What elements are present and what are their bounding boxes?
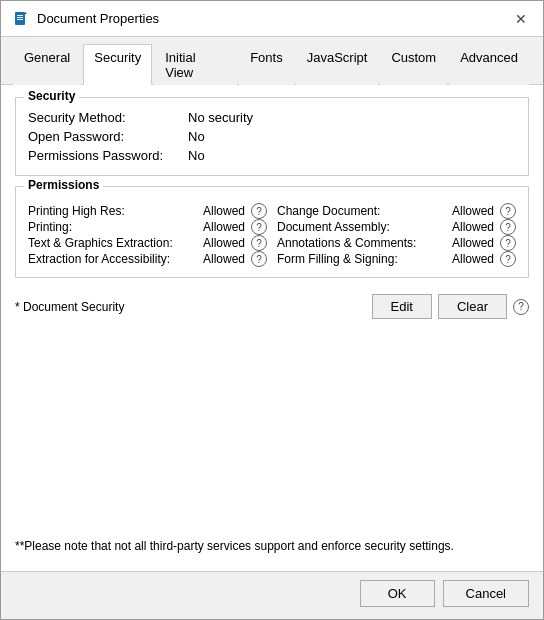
main-content: Security Security Method: No security Op… (1, 85, 543, 571)
perm-printing-val: Allowed (203, 220, 245, 234)
permissions-section: Permissions Printing High Res: Allowed ?… (15, 186, 529, 278)
title-bar-left: Document Properties (13, 11, 159, 27)
action-help-icon[interactable]: ? (513, 299, 529, 315)
perm-printing-help-icon[interactable]: ? (251, 219, 267, 235)
footer: OK Cancel (1, 571, 543, 619)
permissions-right-col: Change Document: Allowed ? Document Asse… (277, 203, 516, 267)
tab-fonts[interactable]: Fonts (239, 44, 294, 85)
perm-extraction-accessibility-row: Extraction for Accessibility: Allowed ? (28, 251, 267, 267)
perm-annotations-val: Allowed (452, 236, 494, 250)
security-method-key: Security Method: (28, 110, 188, 125)
spacer (15, 331, 529, 523)
perm-printing-high-res-val: Allowed (203, 204, 245, 218)
tab-initial-view[interactable]: Initial View (154, 44, 237, 85)
security-method-val: No security (188, 110, 253, 125)
close-button[interactable]: ✕ (511, 9, 531, 29)
permissions-section-label: Permissions (24, 178, 103, 192)
perm-printing-high-res-row: Printing High Res: Allowed ? (28, 203, 267, 219)
perm-change-doc-val: Allowed (452, 204, 494, 218)
perm-extraction-accessibility-help-icon[interactable]: ? (251, 251, 267, 267)
title-bar: Document Properties ✕ (1, 1, 543, 37)
perm-annotations-key: Annotations & Comments: (277, 236, 448, 250)
perm-form-filling-key: Form Filling & Signing: (277, 252, 448, 266)
perm-change-doc-help-icon[interactable]: ? (500, 203, 516, 219)
app-icon (13, 11, 29, 27)
perm-text-graphics-val: Allowed (203, 236, 245, 250)
permissions-password-val: No (188, 148, 205, 163)
open-password-key: Open Password: (28, 129, 188, 144)
perm-annotations-help-icon[interactable]: ? (500, 235, 516, 251)
doc-security-note: * Document Security (15, 300, 372, 314)
action-buttons: Edit Clear ? (372, 294, 529, 319)
perm-printing-key: Printing: (28, 220, 199, 234)
tab-general[interactable]: General (13, 44, 81, 85)
action-row: * Document Security Edit Clear ? (15, 288, 529, 321)
cancel-button[interactable]: Cancel (443, 580, 529, 607)
svg-rect-0 (15, 12, 25, 25)
clear-button[interactable]: Clear (438, 294, 507, 319)
ok-button[interactable]: OK (360, 580, 435, 607)
perm-doc-assembly-key: Document Assembly: (277, 220, 448, 234)
permissions-password-key: Permissions Password: (28, 148, 188, 163)
svg-marker-4 (25, 12, 27, 14)
perm-doc-assembly-row: Document Assembly: Allowed ? (277, 219, 516, 235)
security-section-label: Security (24, 89, 79, 103)
perm-extraction-accessibility-key: Extraction for Accessibility: (28, 252, 199, 266)
document-properties-window: Document Properties ✕ General Security I… (0, 0, 544, 620)
security-method-row: Security Method: No security (28, 108, 516, 127)
perm-text-graphics-help-icon[interactable]: ? (251, 235, 267, 251)
perm-change-doc-key: Change Document: (277, 204, 448, 218)
perm-text-graphics-key: Text & Graphics Extraction: (28, 236, 199, 250)
perm-annotations-row: Annotations & Comments: Allowed ? (277, 235, 516, 251)
permissions-grid: Printing High Res: Allowed ? Printing: A… (28, 197, 516, 267)
perm-text-graphics-row: Text & Graphics Extraction: Allowed ? (28, 235, 267, 251)
perm-extraction-accessibility-val: Allowed (203, 252, 245, 266)
open-password-val: No (188, 129, 205, 144)
edit-button[interactable]: Edit (372, 294, 432, 319)
perm-form-filling-val: Allowed (452, 252, 494, 266)
security-section: Security Security Method: No security Op… (15, 97, 529, 176)
open-password-row: Open Password: No (28, 127, 516, 146)
perm-form-filling-help-icon[interactable]: ? (500, 251, 516, 267)
perm-printing-high-res-help-icon[interactable]: ? (251, 203, 267, 219)
perm-doc-assembly-help-icon[interactable]: ? (500, 219, 516, 235)
window-title: Document Properties (37, 11, 159, 26)
perm-change-doc-row: Change Document: Allowed ? (277, 203, 516, 219)
permissions-left-col: Printing High Res: Allowed ? Printing: A… (28, 203, 267, 267)
perm-printing-row: Printing: Allowed ? (28, 219, 267, 235)
perm-form-filling-row: Form Filling & Signing: Allowed ? (277, 251, 516, 267)
tab-javascript[interactable]: JavaScript (296, 44, 379, 85)
tab-bar: General Security Initial View Fonts Java… (1, 37, 543, 85)
svg-rect-2 (17, 17, 23, 18)
tab-advanced[interactable]: Advanced (449, 44, 529, 85)
svg-rect-1 (17, 15, 23, 16)
notice-text: **Please note that not all third-party s… (15, 533, 529, 559)
perm-doc-assembly-val: Allowed (452, 220, 494, 234)
tab-security[interactable]: Security (83, 44, 152, 85)
perm-printing-high-res-key: Printing High Res: (28, 204, 199, 218)
tab-custom[interactable]: Custom (380, 44, 447, 85)
svg-rect-3 (17, 19, 23, 20)
permissions-password-row: Permissions Password: No (28, 146, 516, 165)
